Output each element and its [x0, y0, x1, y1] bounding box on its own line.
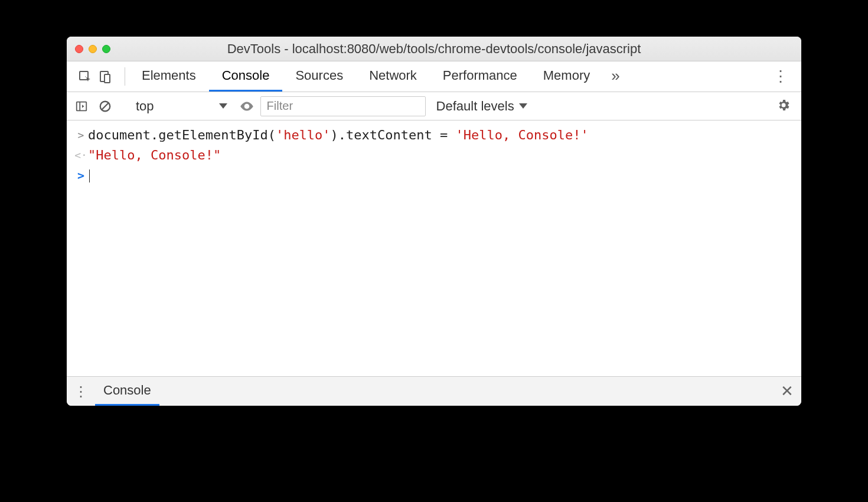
prompt-input[interactable] [88, 167, 794, 184]
tab-console[interactable]: Console [209, 61, 283, 92]
chevron-down-icon [219, 103, 227, 109]
chevron-down-icon [519, 103, 527, 109]
tab-network[interactable]: Network [356, 61, 430, 92]
traffic-lights [75, 45, 110, 53]
close-drawer-icon[interactable]: ✕ [773, 377, 801, 406]
tabs-overflow-button[interactable]: » [603, 61, 628, 92]
code-text: document.getElementById('hello').textCon… [88, 126, 794, 144]
panel-tabs: Elements Console Sources Network Perform… [129, 61, 628, 92]
chevron-right-icon: > [74, 167, 88, 184]
main-menu-button[interactable]: ⋮ [766, 67, 795, 86]
context-selector[interactable]: top [130, 99, 233, 114]
console-input-line: >document.getElementById('hello').textCo… [67, 125, 801, 145]
filter-input[interactable] [260, 96, 426, 116]
tab-memory[interactable]: Memory [530, 61, 603, 92]
live-expression-icon[interactable] [237, 96, 257, 116]
chevron-right-icon: > [74, 126, 88, 144]
svg-rect-2 [105, 74, 110, 83]
svg-line-6 [102, 103, 109, 109]
console-settings-icon[interactable] [771, 98, 797, 115]
console-toolbar: top Default levels [67, 92, 801, 120]
device-toolbar-icon[interactable] [95, 67, 115, 87]
svg-rect-3 [77, 102, 87, 110]
devtools-window: DevTools - localhost:8080/web/tools/chro… [67, 37, 801, 406]
console-output[interactable]: >document.getElementById('hello').textCo… [67, 120, 801, 376]
levels-label: Default levels [436, 99, 514, 114]
main-tabbar: Elements Console Sources Network Perform… [67, 61, 801, 92]
inspect-element-icon[interactable] [75, 67, 95, 87]
log-levels-selector[interactable]: Default levels [429, 99, 534, 114]
toggle-sidebar-icon[interactable] [71, 96, 92, 116]
zoom-window-button[interactable] [102, 45, 110, 53]
drawer: ⋮ Console ✕ [67, 376, 801, 406]
code-text: "Hello, Console!" [88, 146, 794, 164]
return-arrow-icon: <· [74, 146, 88, 164]
divider [125, 67, 125, 86]
close-window-button[interactable] [75, 45, 83, 53]
titlebar: DevTools - localhost:8080/web/tools/chro… [67, 37, 801, 61]
console-output-line: <·"Hello, Console!" [67, 145, 801, 165]
console-prompt[interactable]: > [67, 165, 801, 185]
tabbar-right: ⋮ [758, 61, 801, 92]
drawer-menu-button[interactable]: ⋮ [67, 377, 95, 406]
clear-console-icon[interactable] [95, 96, 115, 116]
context-label: top [136, 99, 154, 114]
tabbar-left-icons [67, 61, 121, 92]
tab-sources[interactable]: Sources [282, 61, 356, 92]
tab-performance[interactable]: Performance [430, 61, 530, 92]
drawer-tab-console[interactable]: Console [95, 377, 159, 406]
tab-elements[interactable]: Elements [129, 61, 209, 92]
svg-point-7 [245, 105, 247, 107]
window-title: DevTools - localhost:8080/web/tools/chro… [67, 41, 801, 57]
minimize-window-button[interactable] [89, 45, 97, 53]
